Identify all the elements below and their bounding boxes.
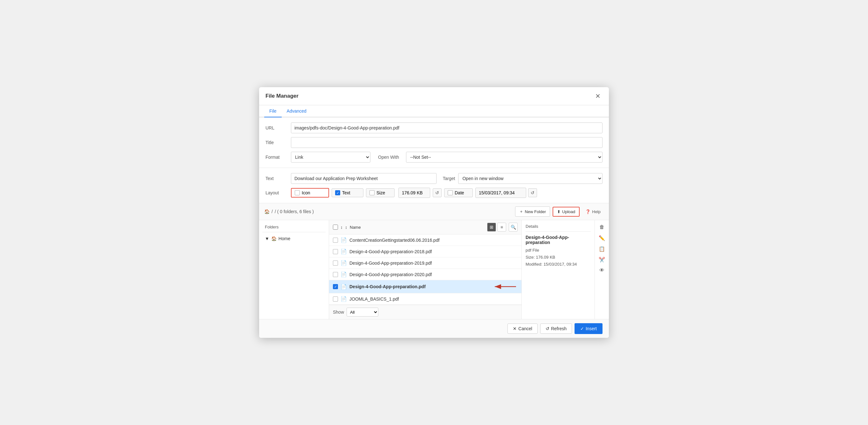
text-label: Text [266,176,291,181]
details-area: Details Design-4-Good-App-preparation pd… [521,220,609,319]
delete-button[interactable]: 🗑 [597,223,606,232]
file-name-1: ContentCreationGettingstarted06.06.2016.… [349,238,518,243]
file-manager-modal: File Manager ✕ File Advanced URL [259,87,609,338]
format-select[interactable]: Link Button None [291,152,370,162]
layout-text-label: Text [342,190,350,195]
open-with-select[interactable]: --Not Set-- Same Window New Window [406,152,602,162]
layout-date-checkbox[interactable] [448,190,453,195]
file-row-5[interactable]: ✓ 📄 Design-4-Good-App-preparation.pdf [329,280,521,293]
list-view-button[interactable]: ≡ [497,223,506,232]
tab-file[interactable]: File [264,105,282,117]
file-checkbox-2[interactable] [333,249,338,254]
layout-text-group: ✓ Text [332,188,364,197]
layout-icon-checkbox[interactable] [295,190,300,195]
details-info: pdf File Size: 176.09 KB Modified: 15/03… [526,247,591,268]
pdf-icon-5: 📄 [341,284,347,290]
file-checkbox-6[interactable] [333,297,338,302]
details-size-label: Size: [526,255,535,260]
size-value: 176.09 KB [398,188,430,198]
breadcrumb: 🏠 / / ( 0 folders, 6 files ) [264,209,314,214]
file-name-3: Design-4-Good-App-preparation-2019.pdf [349,261,518,266]
upload-button[interactable]: ⬆ Upload [553,207,580,217]
file-area: Folders ▼ 🏠 Home ↕ ↕ Name ⊞ ≡ [259,220,609,319]
layout-date-group: Date [444,188,473,197]
action-icons-panel: 🗑 ✏️ 📋 ✂️ 👁 [595,220,609,319]
target-select[interactable]: Open in new window Same window Lightbox [458,173,602,184]
file-row-1[interactable]: 📄 ContentCreationGettingstarted06.06.201… [329,235,521,246]
insert-button[interactable]: ✓ Insert [575,323,602,334]
edit-button[interactable]: ✏️ [597,234,606,242]
file-checkbox-5[interactable]: ✓ [333,284,338,289]
file-row-6[interactable]: 📄 JOOMLA_BASICS_1.pdf [329,293,521,305]
refresh-icon: ↺ [546,326,550,331]
file-name-6: JOOMLA_BASICS_1.pdf [349,297,518,302]
modal-title: File Manager [266,93,299,99]
breadcrumb-separator: / [272,209,273,214]
open-with-label: Open With [378,155,399,160]
layout-size-group: Size [366,188,395,197]
cancel-label: Cancel [518,326,532,331]
files-panel: ↕ ↕ Name ⊞ ≡ 🔍 📄 ContentC [329,220,521,319]
insert-check-icon: ✓ [580,326,584,331]
sort-button-2[interactable]: ↕ [345,225,347,230]
help-icon: ❓ [585,209,590,214]
close-button[interactable]: ✕ [593,92,602,100]
select-all-checkbox[interactable] [333,224,338,230]
search-button[interactable]: 🔍 [509,223,518,232]
name-column-header: Name [350,225,485,230]
view-icons: ⊞ ≡ [487,223,506,232]
file-checkbox-3[interactable] [333,261,338,266]
cancel-button[interactable]: ✕ Cancel [507,324,538,334]
tab-advanced[interactable]: Advanced [282,105,312,117]
date-refresh-button[interactable]: ↺ [528,188,537,197]
new-folder-icon: ＋ [519,209,523,214]
url-input[interactable] [291,122,602,133]
folder-expand-icon: ▼ [265,236,269,241]
layout-size-checkbox[interactable] [369,190,375,195]
file-list: 📄 ContentCreationGettingstarted06.06.201… [329,235,521,305]
title-input[interactable] [291,137,602,148]
details-modified-label: Modified: [526,262,542,267]
folders-header: Folders [262,223,326,232]
file-row-3[interactable]: 📄 Design-4-Good-App-preparation-2019.pdf [329,257,521,269]
copy-button[interactable]: 📋 [597,244,606,253]
breadcrumb-path: / ( 0 folders, 6 files ) [275,209,314,214]
details-type: pdf File [526,248,539,252]
file-checkbox-4[interactable] [333,272,338,277]
tabs-bar: File Advanced [259,105,609,117]
pdf-icon-2: 📄 [341,248,347,254]
size-refresh-button[interactable]: ↺ [433,188,442,197]
file-checkbox-1[interactable] [333,238,338,243]
layout-label: Layout [266,190,291,195]
date-value-group: 15/03/2017, 09:34 ↺ [475,188,537,198]
upload-icon: ⬆ [557,209,561,214]
text-input[interactable] [291,173,437,184]
file-row-2[interactable]: 📄 Design-4-Good-App-preparation-2018.pdf [329,246,521,257]
pdf-icon-6: 📄 [341,296,347,302]
layout-text-checkbox[interactable]: ✓ [335,190,340,195]
preview-button[interactable]: 👁 [597,266,606,275]
format-row: Format Link Button None Open With --Not … [266,152,602,162]
cut-button[interactable]: ✂️ [597,255,606,264]
details-panel: Details Design-4-Good-App-preparation pd… [521,220,595,319]
folder-home[interactable]: ▼ 🏠 Home [262,234,326,243]
sort-button-1[interactable]: ↕ [341,225,343,230]
sort-icon-2: ↕ [345,225,347,230]
sort-icon-1: ↕ [341,225,343,230]
text-layout-section: Text Target Open in new window Same wind… [259,168,609,203]
breadcrumb-bar: 🏠 / / ( 0 folders, 6 files ) ＋ New Folde… [259,203,609,220]
refresh-button[interactable]: ↺ Refresh [540,324,572,334]
refresh-label: Refresh [551,326,566,331]
grid-view-button[interactable]: ⊞ [487,223,496,232]
file-row-4[interactable]: 📄 Design-4-Good-App-preparation-2020.pdf [329,269,521,280]
size-value-group: 176.09 KB ↺ [398,188,442,198]
layout-icon-group: Icon [291,188,329,198]
details-modified-value: 15/03/2017, 09:34 [544,262,577,267]
title-label: Title [266,140,291,145]
home-icon: 🏠 [264,209,270,214]
help-button[interactable]: ❓ Help [582,207,604,216]
toolbar-actions: ＋ New Folder ⬆ Upload ❓ Help [515,207,604,217]
new-folder-button[interactable]: ＋ New Folder [515,207,550,217]
details-header: Details [526,224,591,232]
show-select[interactable]: All Images Documents [347,308,378,316]
